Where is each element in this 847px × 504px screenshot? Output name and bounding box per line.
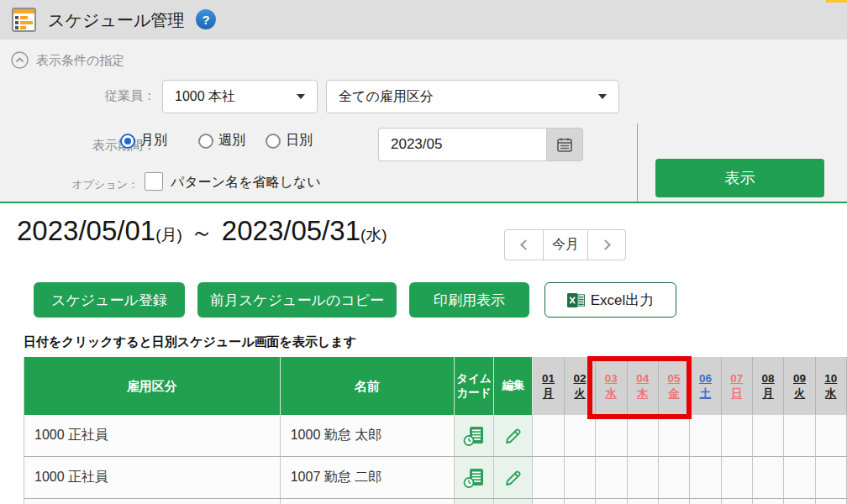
day-header-04[interactable]: 04木	[628, 357, 659, 415]
day-header-01[interactable]: 01月	[533, 357, 564, 415]
cell-day-04[interactable]	[628, 499, 659, 504]
collapse-chevron-icon[interactable]	[11, 51, 29, 69]
top-accent-bar	[826, 0, 847, 3]
cell-day-08[interactable]	[753, 415, 784, 457]
range-tilde: ～	[191, 218, 213, 248]
cell-day-02[interactable]	[565, 499, 596, 504]
pattern-name-checkbox[interactable]	[145, 172, 163, 191]
day-header-05[interactable]: 05金	[659, 357, 690, 415]
range-start-date: 2023/05/01	[17, 215, 155, 247]
copy-prev-month-button[interactable]: 前月スケジュールのコピー	[197, 282, 397, 318]
page-title: スケジュール管理	[48, 9, 184, 32]
cell-day-01[interactable]	[533, 499, 564, 504]
pencil-icon	[502, 425, 524, 447]
cell-day-06[interactable]	[690, 457, 721, 499]
edit-button[interactable]	[494, 499, 533, 504]
schedule-management-screen: スケジュール管理 ? 表示条件の指定 従業員： 1000 本社 全ての雇用区分 …	[0, 0, 847, 504]
day-header-06[interactable]: 06土	[690, 357, 721, 415]
range-end-dow: (水)	[360, 224, 387, 246]
cell-day-09[interactable]	[784, 457, 815, 499]
date-range-heading: 2023/05/01 (月) ～ 2023/05/31 (水)	[17, 215, 387, 248]
cell-day-04[interactable]	[628, 415, 659, 457]
current-month-button[interactable]: 今月	[543, 229, 588, 260]
cell-day-07[interactable]	[722, 499, 753, 504]
edit-button[interactable]	[494, 457, 533, 499]
cell-day-08[interactable]	[753, 457, 784, 499]
cell-name: 1007 勤怠 二郎	[281, 457, 455, 499]
cell-day-10[interactable]	[816, 457, 847, 499]
cell-day-09[interactable]	[784, 499, 815, 504]
table-header-row: 雇用区分名前タイムカード編集01月02火03水04木05金06土07日08月09…	[24, 357, 847, 415]
day-header-08[interactable]: 08月	[753, 357, 784, 415]
cell-day-05[interactable]	[659, 457, 690, 499]
cell-day-01[interactable]	[533, 415, 564, 457]
display-button[interactable]: 表示	[655, 159, 824, 197]
cell-day-02[interactable]	[565, 457, 596, 499]
app-header: スケジュール管理 ?	[0, 0, 847, 39]
month-input[interactable]	[378, 128, 546, 161]
cell-name: 1000 勤怠 太郎	[281, 415, 455, 457]
pattern-name-checkbox-label: パターン名を省略しない	[171, 174, 321, 192]
excel-export-button[interactable]: Excel出力	[544, 282, 676, 318]
timecard-button[interactable]	[455, 415, 495, 457]
cell-day-03[interactable]	[596, 415, 627, 457]
employment-type-select[interactable]: 全ての雇用区分	[326, 80, 619, 113]
radio-icon	[120, 134, 135, 149]
print-view-button[interactable]: 印刷用表示	[409, 282, 529, 318]
chevron-down-icon	[598, 94, 607, 99]
filter-panel: 表示条件の指定 従業員： 1000 本社 全ての雇用区分 表示期間： 月別 週別…	[0, 39, 847, 203]
prev-month-button[interactable]	[504, 229, 543, 260]
timecard-button[interactable]	[455, 457, 495, 499]
cell-day-07[interactable]	[722, 415, 753, 457]
radio-daily[interactable]: 日別	[266, 132, 313, 150]
cell-day-04[interactable]	[628, 457, 659, 499]
cell-day-06[interactable]	[690, 415, 721, 457]
cell-day-10[interactable]	[816, 415, 847, 457]
cell-employment: 1000 正社員	[24, 415, 281, 457]
edit-button[interactable]	[494, 415, 533, 457]
day-header-09[interactable]: 09火	[784, 357, 815, 415]
cell-day-09[interactable]	[784, 415, 815, 457]
cell-day-03[interactable]	[596, 499, 627, 504]
col-header-employment: 雇用区分	[24, 357, 281, 415]
radio-monthly[interactable]: 月別	[120, 132, 167, 150]
cell-day-08[interactable]	[753, 499, 784, 504]
table-row: 1000 正社員1007 勤怠 二郎	[24, 457, 847, 499]
cell-name	[281, 499, 455, 504]
excel-icon	[567, 291, 585, 309]
radio-daily-label: 日別	[286, 132, 313, 150]
employment-select-value: 全ての雇用区分	[339, 88, 434, 106]
calendar-button[interactable]	[546, 128, 583, 161]
cell-employment: 1000 正社員	[24, 457, 281, 499]
pencil-icon	[502, 467, 524, 489]
day-header-02[interactable]: 02火	[565, 357, 596, 415]
table-hint-text: 日付をクリックすると日別スケジュール画面を表示します	[24, 334, 356, 350]
cell-day-10[interactable]	[816, 499, 847, 504]
excel-export-label: Excel出力	[591, 291, 655, 310]
cell-day-01[interactable]	[533, 457, 564, 499]
register-schedule-button[interactable]: スケジュール登録	[34, 282, 185, 318]
cell-day-05[interactable]	[659, 499, 690, 504]
cell-day-07[interactable]	[722, 457, 753, 499]
cell-day-03[interactable]	[596, 457, 627, 499]
radio-weekly-label: 週別	[218, 132, 245, 150]
cell-day-06[interactable]	[690, 499, 721, 504]
table-row	[24, 499, 847, 504]
day-header-07[interactable]: 07日	[722, 357, 753, 415]
office-select[interactable]: 1000 本社	[162, 80, 318, 113]
chevron-left-icon	[520, 239, 531, 250]
cell-day-05[interactable]	[659, 415, 690, 457]
office-select-value: 1000 本社	[175, 88, 235, 106]
day-header-10[interactable]: 10水	[816, 357, 847, 415]
range-start-dow: (月)	[155, 224, 182, 246]
timecard-icon	[463, 467, 485, 489]
cell-day-02[interactable]	[565, 415, 596, 457]
cell-employment	[24, 499, 281, 504]
schedule-app-icon	[12, 8, 36, 32]
timecard-button[interactable]	[455, 499, 495, 504]
next-month-button[interactable]	[588, 229, 626, 260]
schedule-table: 雇用区分名前タイムカード編集01月02火03水04木05金06土07日08月09…	[24, 357, 847, 504]
radio-weekly[interactable]: 週別	[198, 132, 245, 150]
help-icon[interactable]: ?	[196, 9, 216, 29]
day-header-03[interactable]: 03水	[596, 357, 627, 415]
